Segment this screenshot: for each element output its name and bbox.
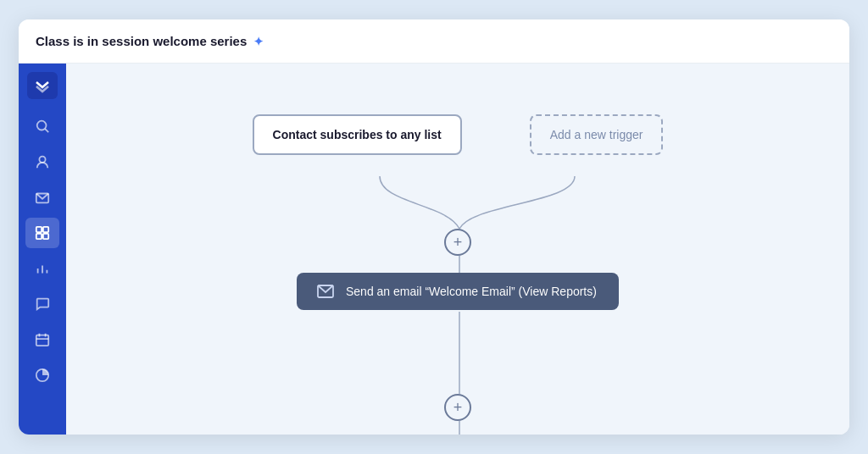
email-node[interactable]: Send an email “Welcome Email” (View Repo…	[297, 273, 619, 310]
sidebar-item-chat[interactable]	[25, 289, 59, 319]
automation-icon	[35, 225, 50, 241]
email-node-icon	[317, 285, 334, 298]
canvas: Contact subscribes to any list Add a new…	[66, 64, 849, 435]
trigger-node-label: Contact subscribes to any list	[273, 128, 442, 141]
sidebar-item-analytics[interactable]	[25, 360, 59, 390]
plus-button-2[interactable]: +	[444, 394, 471, 421]
svg-rect-7	[43, 234, 48, 239]
page-title: Class is in session welcome series ✦	[36, 34, 264, 48]
app-container: Class is in session welcome series ✦	[19, 19, 849, 435]
envelope-icon	[35, 190, 50, 205]
plus-button-1[interactable]: +	[444, 229, 471, 256]
add-trigger-label: Add a new trigger	[550, 128, 643, 141]
svg-rect-5	[43, 227, 48, 232]
chat-icon	[35, 296, 50, 312]
svg-point-2	[39, 157, 45, 163]
trigger-node[interactable]: Contact subscribes to any list	[253, 114, 462, 155]
logo-icon	[34, 77, 51, 94]
sidebar-item-calendar[interactable]	[25, 324, 59, 355]
email-node-label: Send an email “Welcome Email” (View Repo…	[346, 285, 597, 298]
trigger-row: Contact subscribes to any list Add a new…	[66, 114, 849, 155]
sidebar-item-contacts[interactable]	[25, 147, 59, 177]
person-icon	[35, 154, 50, 169]
bars-icon	[35, 261, 50, 276]
plus-icon-2: +	[453, 399, 463, 417]
body: Contact subscribes to any list Add a new…	[19, 64, 849, 435]
svg-rect-11	[36, 335, 48, 346]
pie-icon	[35, 368, 50, 383]
sparkle-icon: ✦	[253, 35, 264, 48]
plus-icon-1: +	[453, 234, 463, 252]
sidebar	[19, 64, 66, 435]
sidebar-item-email[interactable]	[25, 182, 59, 213]
svg-rect-4	[36, 227, 42, 232]
calendar-icon	[35, 332, 50, 347]
svg-point-0	[37, 121, 47, 130]
flow-canvas: Contact subscribes to any list Add a new…	[66, 64, 849, 435]
sidebar-item-reports[interactable]	[25, 253, 59, 284]
add-trigger-node[interactable]: Add a new trigger	[530, 114, 664, 155]
sidebar-item-automation[interactable]	[25, 218, 59, 248]
sidebar-logo[interactable]	[27, 72, 58, 99]
title-text: Class is in session welcome series	[36, 34, 247, 48]
envelope-node-icon	[317, 285, 334, 298]
search-icon	[35, 119, 50, 134]
sidebar-item-search[interactable]	[25, 111, 59, 141]
header: Class is in session welcome series ✦	[19, 19, 849, 64]
svg-line-1	[45, 129, 48, 132]
svg-rect-6	[36, 234, 42, 239]
